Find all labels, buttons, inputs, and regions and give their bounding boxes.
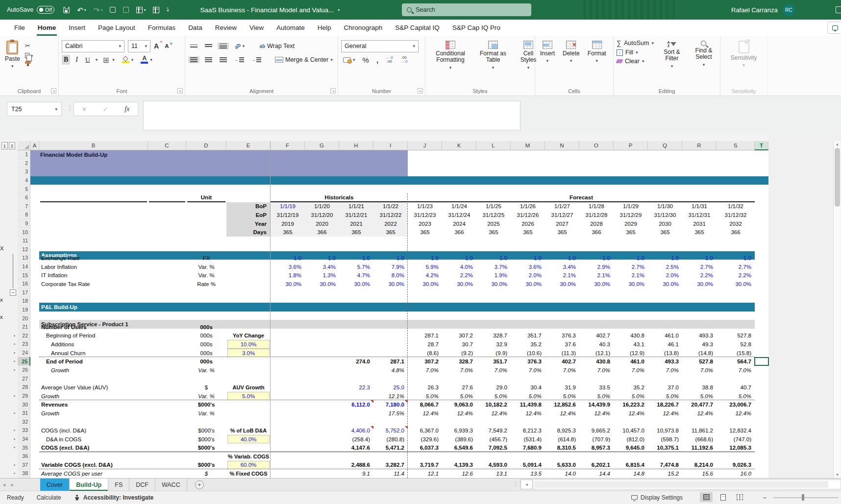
cell-H7[interactable]: 1/1/21 [339, 202, 373, 211]
cell-J8[interactable]: 31/12/23 [408, 211, 442, 219]
cell-I30[interactable]: 7,180.0 [373, 400, 408, 409]
menu-tab-review[interactable]: Review [209, 20, 243, 36]
menu-tab-formulas[interactable]: Formulas [142, 20, 182, 36]
cell-R26[interactable]: 7.0% [682, 366, 717, 375]
row-header-36[interactable]: 36 [18, 452, 30, 461]
row-header-5[interactable]: 5 [18, 185, 30, 193]
font-size-select[interactable]: 11▾ [128, 40, 150, 52]
cell-Q8[interactable]: 31/12/30 [648, 211, 682, 219]
cell-L9[interactable]: 2025 [476, 219, 511, 228]
formula-bar-splitter[interactable]: ⋮ [67, 104, 74, 112]
menu-tab-page-layout[interactable]: Page Layout [92, 20, 142, 36]
cell-K7[interactable]: 1/1/24 [442, 202, 476, 211]
cell-R22[interactable]: 493.3 [682, 332, 717, 340]
cell-R24[interactable]: (14.8) [682, 349, 717, 358]
cell-H38[interactable]: 9.1 [339, 469, 373, 478]
cell-R25[interactable]: 527.8 [682, 357, 717, 366]
cell-N13[interactable]: 1.0 [545, 254, 579, 263]
underline-button[interactable]: U [83, 55, 92, 65]
cell-P7[interactable]: 1/1/29 [614, 202, 648, 211]
cell-L7[interactable]: 1/1/25 [476, 202, 511, 211]
cell-K34[interactable]: (389.6) [442, 435, 476, 444]
cell-I10[interactable]: 365 [373, 228, 408, 237]
cell-J28[interactable]: 26.3 [408, 383, 442, 392]
cell-K35[interactable]: 6,549.6 [442, 443, 476, 452]
cell-F13[interactable]: 1.0 [271, 254, 305, 263]
row-header-34[interactable]: 34 [18, 435, 30, 444]
cell-E33[interactable]: % of LoB D&A [227, 426, 270, 435]
row-header-13[interactable]: 13 [18, 254, 30, 263]
cell-O23[interactable]: 40.3 [579, 340, 614, 349]
forecast-header[interactable]: Forecast [408, 193, 755, 202]
font-dialog-launcher[interactable]: ↘ [177, 88, 183, 94]
divider-band-row-4[interactable] [30, 176, 768, 185]
cell-H8[interactable]: 31/12/21 [339, 211, 373, 219]
menu-tab-s-p-capital-iq[interactable]: S&P Capital IQ [389, 20, 446, 36]
cell-A12[interactable]: X [0, 245, 841, 251]
cell-Q34[interactable]: (598.7) [648, 435, 682, 444]
cell-E28[interactable]: AUV Growth [227, 383, 270, 392]
row-header-23[interactable]: 23 [18, 340, 30, 349]
cell-S31[interactable]: 12.4% [717, 409, 755, 418]
cell-H37[interactable]: 2,488.6 [339, 461, 373, 470]
cell-J13[interactable]: 1.0 [408, 254, 442, 263]
cell-I25[interactable]: 287.1 [373, 357, 408, 366]
cell-A18[interactable]: x [0, 297, 841, 303]
cell-N7[interactable]: 1/1/27 [545, 202, 579, 211]
cell-R10[interactable]: 365 [682, 228, 717, 237]
cell-R7[interactable]: 1/1/31 [682, 202, 717, 211]
sheet-tab-dcf[interactable]: DCF [129, 479, 155, 491]
cell-E7[interactable]: BoP [226, 202, 271, 211]
cell-L35[interactable]: 7,092.5 [476, 443, 511, 452]
tab-nav-left-icon[interactable]: ◄ [2, 482, 6, 487]
cell-B37[interactable]: Variable COGS (excl. D&A) [39, 461, 148, 470]
col-header-I[interactable]: I [373, 141, 408, 150]
cell-J30[interactable]: 8,066.7 [408, 400, 442, 409]
cell-B21[interactable]: Number of Users [39, 323, 148, 332]
cell-K22[interactable]: 307.2 [442, 332, 476, 340]
cell-J14[interactable]: 5.9% [408, 263, 442, 271]
row-header-19[interactable]: 19 [18, 306, 30, 314]
decrease-font-button[interactable]: Av [165, 43, 171, 49]
cell-N28[interactable]: 31.9 [545, 383, 579, 392]
cell-E38[interactable]: % Fixed COGS [227, 469, 270, 478]
zoom-slider-thumb[interactable] [802, 494, 804, 501]
cell-B13[interactable]: Exchange Rate [39, 254, 148, 263]
cell-K14[interactable]: 4.0% [442, 263, 476, 271]
cell-D26[interactable]: Var. % [186, 366, 226, 375]
cell-S24[interactable]: (15.8) [717, 349, 755, 358]
cell-G14[interactable]: 3.4% [305, 263, 339, 271]
cell-N15[interactable]: 2.1% [545, 271, 579, 280]
window-control-icon[interactable] [836, 6, 841, 13]
cell-S7[interactable]: 1/1/32 [717, 202, 755, 211]
cell-M15[interactable]: 2.0% [511, 271, 545, 280]
cell-O8[interactable]: 31/12/28 [579, 211, 614, 219]
cell-M24[interactable]: (10.6) [511, 349, 545, 358]
cell-M25[interactable]: 376.3 [511, 357, 545, 366]
cell-S37[interactable]: 9,026.3 [717, 461, 755, 470]
col-header-S[interactable]: S [717, 141, 755, 150]
cell-H9[interactable]: 2021 [339, 219, 373, 228]
cell-S8[interactable]: 31/12/32 [717, 211, 755, 219]
cell-I14[interactable]: 7.9% [373, 263, 408, 271]
cell-Q38[interactable]: 15.2 [648, 469, 682, 478]
cell-S9[interactable]: 2032 [717, 219, 755, 228]
cell-D29[interactable]: Var. % [186, 392, 226, 401]
cell-F8[interactable]: 31/12/19 [271, 211, 305, 219]
cell-P30[interactable]: 16,223.2 [614, 400, 648, 409]
menu-tab-home[interactable]: Home [31, 20, 63, 36]
cell-K24[interactable]: (9.2) [442, 349, 476, 358]
cell-J29[interactable]: 5.0% [408, 392, 442, 401]
borders-button[interactable]: ⊞▾ [101, 55, 117, 65]
cell-P23[interactable]: 43.1 [614, 340, 648, 349]
cell-L24[interactable]: (9.9) [476, 349, 511, 358]
cell-L29[interactable]: 5.0% [476, 392, 511, 401]
cell-N23[interactable]: 37.6 [545, 340, 579, 349]
cell-M22[interactable]: 351.7 [511, 332, 545, 340]
cell-P34[interactable]: (812.0) [614, 435, 648, 444]
cell-M8[interactable]: 31/12/26 [511, 211, 545, 219]
cell-J22[interactable]: 287.1 [408, 332, 442, 340]
enter-icon[interactable]: ✓ [102, 105, 108, 113]
banner-row-2[interactable] [30, 159, 408, 168]
cell-N16[interactable]: 30.0% [545, 280, 579, 288]
